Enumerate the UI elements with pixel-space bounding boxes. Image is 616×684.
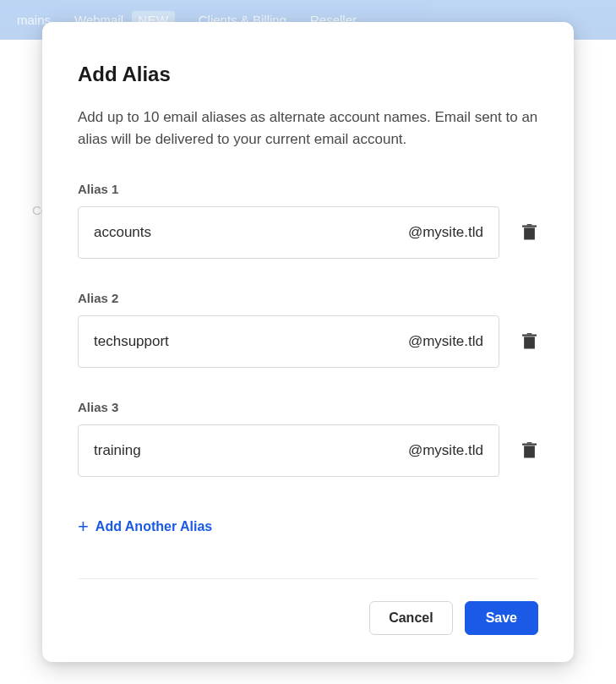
alias-input-wrap[interactable]: @mysite.tld <box>78 424 499 477</box>
svg-rect-1 <box>522 225 537 227</box>
alias-domain: @mysite.tld <box>408 333 483 350</box>
alias-input-wrap[interactable]: @mysite.tld <box>78 206 499 259</box>
alias-block-3: Alias 3 @mysite.tld <box>78 400 538 477</box>
alias-input[interactable] <box>94 442 408 459</box>
separator <box>78 578 538 579</box>
trash-icon <box>522 333 537 350</box>
alias-label: Alias 3 <box>78 400 538 414</box>
trash-icon <box>522 442 537 459</box>
svg-rect-3 <box>524 337 535 348</box>
delete-alias-button[interactable] <box>520 224 538 241</box>
alias-label: Alias 2 <box>78 291 538 305</box>
modal-footer: Cancel Save <box>78 601 538 635</box>
plus-icon: + <box>78 517 89 536</box>
alias-domain: @mysite.tld <box>408 224 483 241</box>
svg-rect-8 <box>526 442 532 443</box>
svg-rect-7 <box>522 443 537 445</box>
add-alias-modal: Add Alias Add up to 10 email aliases as … <box>42 22 574 662</box>
modal-title: Add Alias <box>78 63 538 86</box>
alias-input[interactable] <box>94 333 408 350</box>
alias-domain: @mysite.tld <box>408 442 483 459</box>
delete-alias-button[interactable] <box>520 333 538 350</box>
alias-block-2: Alias 2 @mysite.tld <box>78 291 538 368</box>
alias-label: Alias 1 <box>78 182 538 196</box>
save-button[interactable]: Save <box>465 601 538 635</box>
alias-block-1: Alias 1 @mysite.tld <box>78 182 538 259</box>
alias-input[interactable] <box>94 224 408 241</box>
svg-rect-6 <box>524 446 535 457</box>
add-another-label: Add Another Alias <box>95 519 212 534</box>
trash-icon <box>522 224 537 241</box>
add-another-alias-button[interactable]: + Add Another Alias <box>78 514 538 539</box>
cancel-button[interactable]: Cancel <box>369 601 452 635</box>
svg-rect-5 <box>526 333 532 334</box>
svg-rect-4 <box>522 334 537 336</box>
delete-alias-button[interactable] <box>520 442 538 459</box>
alias-input-wrap[interactable]: @mysite.tld <box>78 315 499 368</box>
modal-description: Add up to 10 email aliases as alternate … <box>78 107 538 151</box>
svg-rect-2 <box>526 224 532 225</box>
svg-rect-0 <box>524 227 535 239</box>
